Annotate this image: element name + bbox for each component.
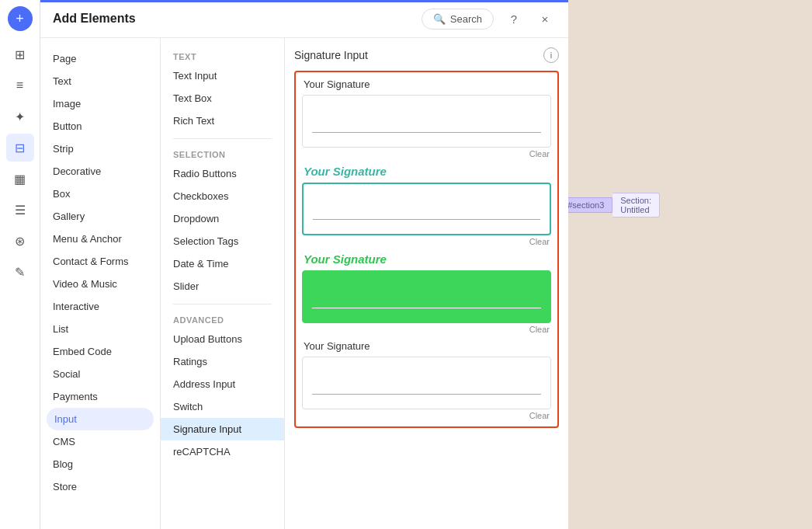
category-blog[interactable]: Blog (40, 453, 160, 475)
subitem-checkboxes[interactable]: Checkboxes (161, 185, 284, 207)
subitem-text-input[interactable]: Text Input (161, 64, 284, 87)
sig-label-3: Your Signature (302, 252, 551, 266)
subitem-recaptcha[interactable]: reCAPTCHA (161, 440, 284, 463)
subcategories-column: TEXT Text Input Text Box Rich Text SELEC… (161, 38, 285, 529)
category-social[interactable]: Social (40, 363, 160, 385)
sig-label-4: Your Signature (302, 340, 551, 352)
category-page[interactable]: Page (40, 47, 160, 70)
preview-header: Signature Input i (294, 47, 559, 63)
category-interactive[interactable]: Interactive (40, 295, 160, 318)
search-button[interactable]: 🔍 Search (422, 9, 494, 30)
preview-column: Signature Input i Your Signature Clear Y… (285, 38, 568, 529)
text-section-label: TEXT (161, 47, 284, 64)
category-embed-code[interactable]: Embed Code (40, 340, 160, 363)
signature-variant-1: Your Signature Clear (302, 78, 551, 158)
search-icon: 🔍 (433, 13, 446, 25)
canvas-area[interactable]: #section3 Section: Untitled (568, 0, 812, 529)
subitem-selection-tags[interactable]: Selection Tags (161, 230, 284, 252)
sig-clear-1[interactable]: Clear (302, 148, 551, 158)
sig-line-3 (312, 308, 541, 308)
subitem-rich-text[interactable]: Rich Text (161, 110, 284, 132)
subitem-slider[interactable]: Slider (161, 275, 284, 298)
sig-clear-2[interactable]: Clear (302, 235, 551, 246)
signature-variants-container: Your Signature Clear Your Signature Clea… (294, 71, 559, 428)
advanced-section-label: ADVANCED (161, 311, 284, 328)
sig-label-2: Your Signature (302, 165, 551, 178)
category-button[interactable]: Button (40, 115, 160, 137)
section-label-badge: #section3 Section: Untitled (568, 193, 660, 218)
category-contact-forms[interactable]: Contact & Forms (40, 250, 160, 273)
category-video-music[interactable]: Video & Music (40, 273, 160, 295)
close-button[interactable]: × (534, 8, 556, 30)
search-label: Search (450, 13, 482, 25)
categories-column: Page Text Image Button Strip Decorative … (40, 38, 161, 529)
info-icon[interactable]: i (543, 47, 559, 63)
category-store[interactable]: Store (40, 475, 160, 498)
sig-label-1: Your Signature (302, 78, 551, 90)
media-icon[interactable]: ▦ (6, 165, 34, 193)
panel-body: Page Text Image Button Strip Decorative … (40, 38, 568, 529)
preview-title: Signature Input (294, 49, 368, 61)
category-input[interactable]: Input (47, 408, 154, 430)
category-list[interactable]: List (40, 318, 160, 340)
subitem-signature-input[interactable]: Signature Input (161, 418, 284, 440)
subitem-upload-buttons[interactable]: Upload Buttons (161, 328, 284, 350)
subitem-date-time[interactable]: Date & Time (161, 252, 284, 275)
add-elements-panel: Add Elements 🔍 Search ? × Page Text Imag… (40, 0, 568, 529)
sig-clear-3[interactable]: Clear (302, 323, 551, 334)
subitem-radio-buttons[interactable]: Radio Buttons (161, 162, 284, 185)
widgets-icon[interactable]: ⊟ (6, 134, 34, 162)
sig-box-3[interactable] (302, 270, 551, 323)
sig-clear-4[interactable]: Clear (302, 409, 551, 420)
subitem-ratings[interactable]: Ratings (161, 350, 284, 373)
category-payments[interactable]: Payments (40, 385, 160, 408)
add-element-button[interactable]: + (8, 6, 33, 31)
panel-header: Add Elements 🔍 Search ? × (40, 0, 568, 38)
divider-1 (173, 138, 272, 139)
category-box[interactable]: Box (40, 183, 160, 205)
selection-section-label: SELECTION (161, 145, 284, 162)
signature-variant-4: Your Signature Clear (302, 340, 551, 420)
category-image[interactable]: Image (40, 92, 160, 115)
subitem-address-input[interactable]: Address Input (161, 373, 284, 395)
subitem-text-box[interactable]: Text Box (161, 87, 284, 110)
help-button[interactable]: ? (503, 8, 525, 30)
divider-2 (173, 304, 272, 305)
sig-box-4[interactable] (302, 357, 551, 409)
category-text[interactable]: Text (40, 70, 160, 92)
portfolio-icon[interactable]: ⊛ (6, 227, 34, 255)
sig-line-2 (313, 219, 540, 220)
list-icon[interactable]: ☰ (6, 196, 34, 224)
subitem-switch[interactable]: Switch (161, 395, 284, 418)
subitem-dropdown[interactable]: Dropdown (161, 207, 284, 230)
sig-box-2[interactable] (302, 183, 551, 235)
design-icon[interactable]: ✦ (6, 103, 34, 131)
category-cms[interactable]: CMS (40, 430, 160, 453)
signature-variant-2: Your Signature Clear (302, 165, 551, 246)
panel-header-controls: 🔍 Search ? × (422, 8, 556, 30)
sig-line-1 (312, 132, 541, 133)
pages-icon[interactable]: ⊞ (6, 40, 34, 68)
category-strip[interactable]: Strip (40, 137, 160, 160)
category-decorative[interactable]: Decorative (40, 160, 160, 183)
category-gallery[interactable]: Gallery (40, 205, 160, 228)
text-content-icon[interactable]: ≡ (6, 71, 34, 99)
panel-title: Add Elements (53, 12, 136, 26)
signature-variant-3: Your Signature Clear (302, 252, 551, 334)
section-id-tag: #section3 (568, 197, 612, 213)
category-menu-anchor[interactable]: Menu & Anchor (40, 228, 160, 250)
sig-line-4 (312, 394, 541, 395)
sig-box-1[interactable] (302, 95, 551, 148)
blog-icon[interactable]: ✎ (6, 258, 34, 286)
icon-sidebar: + ⊞ ≡ ✦ ⊟ ▦ ☰ ⊛ ✎ (0, 0, 40, 529)
section-name-tag: Section: Untitled (612, 193, 660, 218)
